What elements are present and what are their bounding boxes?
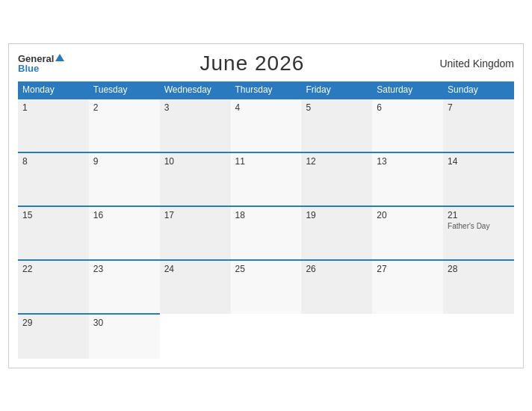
day-number: 5 (306, 102, 368, 113)
header-friday: Friday (301, 81, 372, 99)
calendar-grid: Monday Tuesday Wednesday Thursday Friday… (18, 81, 514, 359)
calendar-cell: 30 (89, 314, 160, 359)
weekday-header-row: Monday Tuesday Wednesday Thursday Friday… (18, 81, 514, 99)
day-number: 1 (22, 102, 84, 113)
calendar-cell: 27 (372, 260, 443, 314)
header-saturday: Saturday (372, 81, 443, 99)
calendar-cell: 11 (231, 152, 302, 206)
calendar-cell: 21Father's Day (443, 206, 514, 260)
calendar-cell: 2 (89, 99, 160, 152)
calendar-cell: 28 (443, 260, 514, 314)
calendar-cell: 22 (18, 260, 89, 314)
day-number: 23 (93, 264, 155, 274)
calendar-week-row: 1234567 (18, 99, 514, 152)
calendar-week-row: 15161718192021Father's Day (18, 206, 514, 260)
day-number: 3 (164, 102, 226, 113)
header-wednesday: Wednesday (160, 81, 231, 99)
day-number: 25 (235, 264, 297, 274)
day-number: 30 (93, 318, 155, 328)
day-number: 11 (235, 156, 297, 167)
header-tuesday: Tuesday (89, 81, 160, 99)
calendar-cell: 12 (301, 152, 372, 206)
logo: General Blue (18, 54, 64, 73)
calendar-cell (443, 314, 514, 359)
calendar-cell (160, 314, 231, 359)
header-sunday: Sunday (443, 81, 514, 99)
day-event: Father's Day (448, 222, 489, 230)
day-number: 4 (235, 102, 297, 113)
calendar-cell: 3 (160, 99, 231, 152)
day-number: 27 (377, 264, 439, 274)
day-number: 24 (164, 264, 226, 274)
day-number: 21 (448, 210, 510, 220)
calendar-cell: 6 (372, 99, 443, 152)
calendar-week-row: 22232425262728 (18, 260, 514, 314)
calendar-cell: 20 (372, 206, 443, 260)
calendar-cell: 5 (301, 99, 372, 152)
day-number: 28 (448, 264, 510, 274)
calendar-cell: 15 (18, 206, 89, 260)
header-thursday: Thursday (231, 81, 302, 99)
calendar-week-row: 891011121314 (18, 152, 514, 206)
calendar-cell (301, 314, 372, 359)
calendar-cell: 16 (89, 206, 160, 260)
calendar-region: United Kingdom (439, 58, 514, 69)
header-monday: Monday (18, 81, 89, 99)
logo-general-text: General (18, 54, 54, 64)
day-number: 29 (22, 318, 84, 328)
logo-blue-text: Blue (18, 64, 39, 73)
day-number: 19 (306, 210, 368, 220)
day-number: 17 (164, 210, 226, 220)
day-number: 18 (235, 210, 297, 220)
calendar-cell: 1 (18, 99, 89, 152)
calendar-header: General Blue June 2026 United Kingdom (18, 52, 514, 75)
calendar-cell: 8 (18, 152, 89, 206)
calendar-cell: 19 (301, 206, 372, 260)
day-number: 6 (377, 102, 439, 113)
calendar-cell: 26 (301, 260, 372, 314)
logo-triangle-icon (55, 54, 64, 61)
day-number: 12 (306, 156, 368, 167)
day-number: 8 (22, 156, 84, 167)
calendar-cell: 24 (160, 260, 231, 314)
calendar-wrapper: General Blue June 2026 United Kingdom Mo… (8, 43, 524, 368)
day-number: 9 (93, 156, 155, 167)
day-number: 7 (448, 102, 510, 113)
day-number: 15 (22, 210, 84, 220)
day-number: 16 (93, 210, 155, 220)
calendar-cell: 25 (231, 260, 302, 314)
day-number: 22 (22, 264, 84, 274)
calendar-cell: 18 (231, 206, 302, 260)
day-number: 13 (377, 156, 439, 167)
calendar-week-row: 2930 (18, 314, 514, 359)
calendar-cell: 29 (18, 314, 89, 359)
day-number: 10 (164, 156, 226, 167)
day-number: 20 (377, 210, 439, 220)
calendar-cell: 14 (443, 152, 514, 206)
day-number: 2 (93, 102, 155, 113)
day-number: 26 (306, 264, 368, 274)
day-number: 14 (448, 156, 510, 167)
calendar-cell (372, 314, 443, 359)
calendar-cell: 4 (231, 99, 302, 152)
calendar-cell: 13 (372, 152, 443, 206)
calendar-cell: 17 (160, 206, 231, 260)
calendar-title: June 2026 (200, 52, 305, 75)
calendar-cell: 23 (89, 260, 160, 314)
calendar-cell: 10 (160, 152, 231, 206)
calendar-cell (231, 314, 302, 359)
calendar-cell: 7 (443, 99, 514, 152)
calendar-cell: 9 (89, 152, 160, 206)
